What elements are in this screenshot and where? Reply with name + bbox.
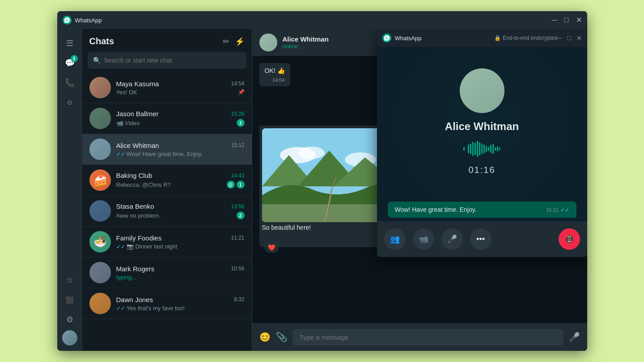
left-nav: ☰ 💬 3 📞 ⊙ ☆ ⬛ ⚙ xyxy=(57,29,82,351)
at-badge-baking: @ xyxy=(227,181,235,189)
call-mute-button[interactable]: 🎤 xyxy=(441,228,463,250)
main-layout: ☰ 💬 3 📞 ⊙ ☆ ⬛ ⚙ xyxy=(57,29,587,351)
nav-status-icon[interactable]: ⊙ xyxy=(61,93,79,111)
chat-item-family[interactable]: 🍜 Family Foodies 11:21 ✓✓ 📷 Dinner last … xyxy=(82,227,252,257)
chat-list: Maya Kasuma 14:54 Yes! OK 📌 Ja xyxy=(82,72,252,351)
title-bar: WhatsApp ─ □ ✕ xyxy=(57,11,587,29)
waveform xyxy=(463,140,500,158)
call-contact-name: Alice Whitman xyxy=(445,120,519,133)
call-overlay-close-button[interactable]: ✕ xyxy=(576,34,582,42)
chat-item-stasa[interactable]: Stasa Benko 13:56 Aww no problem. 2 xyxy=(82,196,252,227)
chat-preview-jason: 📹 Video xyxy=(116,120,235,126)
whatsapp-logo-icon xyxy=(63,16,72,25)
filter-button[interactable]: ⚡ xyxy=(235,37,245,46)
emoji-button[interactable]: 😊 xyxy=(259,332,271,342)
chat-preview-family: ✓✓ 📷 Dinner last night xyxy=(116,243,245,250)
chat-name-family: Family Foodies xyxy=(116,234,162,242)
chat-time-family: 11:21 xyxy=(231,235,244,241)
nav-calls-icon[interactable]: 📞 xyxy=(61,74,79,92)
call-overlay-minimize-button[interactable]: ─ xyxy=(557,34,562,42)
message-input[interactable] xyxy=(292,329,564,345)
chat-info-family: Family Foodies 11:21 ✓✓ 📷 Dinner last ni… xyxy=(116,234,245,250)
call-timer: 01:16 xyxy=(468,165,495,175)
call-sent-msg-text: Wow! Have great time. Enjoy. xyxy=(395,206,477,213)
chat-info-baking: Baking Club 14:43 Rebecca: @Chris R? @ 1 xyxy=(116,172,245,189)
chat-name-baking: Baking Club xyxy=(116,172,153,179)
call-end-button[interactable]: 📵 xyxy=(559,228,580,250)
unread-badge-baking: 1 xyxy=(237,181,245,189)
chat-preview-stasa: Aww no problem. xyxy=(116,212,235,219)
chat-item-dawn[interactable]: Dawn Jones 8:32 ✓✓ Yes that's my fave to… xyxy=(82,288,252,319)
chat-item-baking[interactable]: 🍰 Baking Club 14:43 Rebecca: @Chris R? @… xyxy=(82,165,252,196)
attach-button[interactable]: 📎 xyxy=(276,332,287,342)
avatar-stasa xyxy=(89,200,111,222)
app-title: WhatsApp xyxy=(75,17,552,24)
chat-name-mark: Mark Rogers xyxy=(116,265,155,273)
chat-name-stasa: Stasa Benko xyxy=(116,202,154,210)
chat-item-mark[interactable]: Mark Rogers 10:56 typing... xyxy=(82,257,252,288)
call-sent-msg-time: 15:12 xyxy=(546,207,559,213)
minimize-button[interactable]: ─ xyxy=(552,17,557,24)
call-overlay: WhatsApp 🔒 End-to-end endcrypted ─ □ ✕ xyxy=(377,29,587,257)
chat-name-dawn: Dawn Jones xyxy=(116,296,153,303)
app-window: WhatsApp ─ □ ✕ ☰ 💬 3 📞 ⊙ ☆ xyxy=(57,11,587,351)
mic-button[interactable]: 🎤 xyxy=(569,332,580,342)
nav-avatar[interactable] xyxy=(62,330,77,345)
chat-area: Alice Whitman online 📹 📞 🔍 Here a OK! 👍 xyxy=(252,29,587,351)
nav-archive-icon[interactable]: ⬛ xyxy=(61,291,79,309)
maximize-button[interactable]: □ xyxy=(564,17,569,24)
message-text-ok: OK! 👍 xyxy=(265,67,285,76)
call-overlay-logo-icon xyxy=(382,34,391,42)
call-avatar xyxy=(460,68,504,113)
message-bubble-ok: OK! 👍 14:04 xyxy=(259,63,290,86)
search-bar: 🔍 xyxy=(88,52,246,69)
chat-preview-baking: Rebecca: @Chris R? xyxy=(116,181,225,188)
nav-menu-icon[interactable]: ☰ xyxy=(61,34,79,52)
chat-item-jason[interactable]: Jason Ballmer 15:26 📹 Video 3 xyxy=(82,103,252,134)
call-overlay-maximize-button[interactable]: □ xyxy=(567,34,571,42)
chat-time-stasa: 13:56 xyxy=(231,203,244,210)
new-chat-button[interactable]: ✏ xyxy=(223,37,229,46)
call-actions: 👥 📹 🎤 ••• 📵 xyxy=(377,221,587,257)
call-more-button[interactable]: ••• xyxy=(470,228,491,250)
nav-chats-icon[interactable]: 💬 3 xyxy=(61,54,79,72)
chat-item-alice[interactable]: Alice Whitman 15:12 ✓✓ Wow! Have great t… xyxy=(82,134,252,165)
chat-info-dawn: Dawn Jones 8:32 ✓✓ Yes that's my fave to… xyxy=(116,296,245,311)
avatar-alice xyxy=(89,139,111,160)
chat-time-jason: 15:26 xyxy=(231,111,244,117)
chat-preview-alice: ✓✓ Wow! Have great time. Enjoy. xyxy=(116,151,245,157)
chat-name-alice: Alice Whitman xyxy=(116,142,159,149)
chat-info-stasa: Stasa Benko 13:56 Aww no problem. 2 xyxy=(116,202,245,219)
call-video-button[interactable]: 📹 xyxy=(413,228,434,250)
call-overlay-app-name: WhatsApp xyxy=(395,35,495,42)
sidebar-title: Chats xyxy=(89,36,114,46)
sidebar: Chats ✏ ⚡ 🔍 Maya Kasuma 14:54 xyxy=(82,29,252,351)
window-controls: ─ □ ✕ xyxy=(552,17,581,24)
chat-preview-maya: Yes! OK xyxy=(116,89,238,96)
message-input-area: 😊 📎 🎤 xyxy=(252,323,587,351)
call-sent-msg-ticks: ✓✓ xyxy=(560,207,569,213)
chats-badge: 3 xyxy=(71,55,78,62)
chat-time-mark: 10:56 xyxy=(231,265,244,272)
avatar-maya xyxy=(89,77,111,98)
nav-starred-icon[interactable]: ☆ xyxy=(61,271,79,289)
nav-settings-icon[interactable]: ⚙ xyxy=(61,311,79,328)
message-time-ok: 14:04 xyxy=(272,77,285,83)
chat-time-dawn: 8:32 xyxy=(234,296,244,303)
avatar-jason xyxy=(89,108,111,129)
avatar-mark xyxy=(89,262,111,283)
chat-time-maya: 14:54 xyxy=(231,80,244,87)
search-input[interactable] xyxy=(101,57,241,64)
chat-item-maya[interactable]: Maya Kasuma 14:54 Yes! OK 📌 xyxy=(82,72,252,103)
chat-info-alice: Alice Whitman 15:12 ✓✓ Wow! Have great t… xyxy=(116,142,245,157)
close-button[interactable]: ✕ xyxy=(576,17,582,24)
call-participants-button[interactable]: 👥 xyxy=(384,228,406,250)
svg-point-3 xyxy=(298,147,325,159)
sidebar-header-icons: ✏ ⚡ xyxy=(223,37,245,46)
chat-preview-mark: typing... xyxy=(116,274,245,281)
search-icon: 🔍 xyxy=(93,57,101,64)
chat-info-mark: Mark Rogers 10:56 typing... xyxy=(116,265,245,281)
call-overlay-controls: ─ □ ✕ xyxy=(557,34,581,42)
chat-header-avatar[interactable] xyxy=(259,34,277,51)
unread-badge-jason: 3 xyxy=(237,119,245,127)
